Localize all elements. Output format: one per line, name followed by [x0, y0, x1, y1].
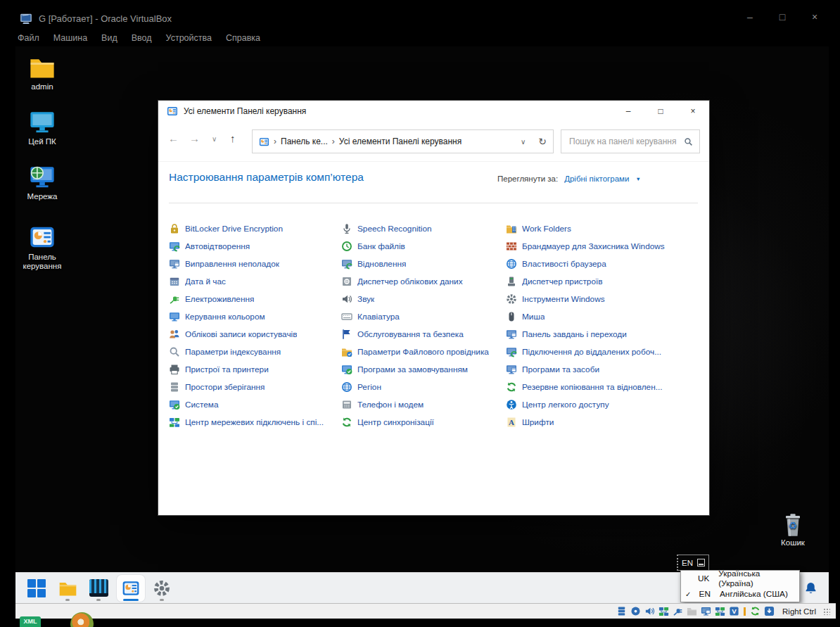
panel-item[interactable]: Звук [341, 290, 506, 308]
panel-item[interactable]: Клавіатура [341, 308, 506, 325]
taskbar-settings[interactable] [152, 573, 172, 603]
back-button[interactable]: ← [168, 132, 179, 144]
panel-item[interactable]: Підключення до віддалених робоч... [506, 343, 699, 360]
network-adapters-icon[interactable] [658, 606, 669, 616]
taskbar-control-panel[interactable] [117, 573, 145, 603]
vbox-menu-item[interactable]: Ввод [132, 33, 152, 43]
hard-disks-icon[interactable] [616, 606, 627, 616]
breadcrumb-item[interactable]: Усі елементи Панелі керування [339, 137, 462, 146]
panel-item[interactable]: Дата й час [169, 272, 341, 290]
active-indicator [123, 599, 139, 601]
host-key-menu-icon[interactable] [764, 606, 775, 616]
panel-item[interactable]: Автовідтворення [169, 237, 341, 255]
monitor-icon [169, 311, 180, 322]
panel-item[interactable]: Диспетчер облікових даних [341, 272, 506, 290]
desktop-icon-this-pc[interactable]: Цей ПК [20, 108, 65, 146]
vbox-menu-item[interactable]: Справка [226, 33, 260, 43]
desktop-icon-network[interactable]: Мережа [20, 163, 65, 201]
panel-item[interactable]: Виправлення неполадок [169, 255, 341, 272]
panel-item[interactable]: Керування кольором [169, 308, 341, 325]
panel-item[interactable]: Регіон [341, 378, 506, 395]
panel-item[interactable]: Диспетчер пристроїв [506, 272, 699, 290]
panel-item[interactable]: Центр мережевих підключень і спі... [169, 413, 341, 431]
up-button[interactable]: ↑ [230, 132, 236, 144]
language-option[interactable]: UKУкраїнська (Україна) [681, 571, 799, 586]
panel-item[interactable]: Work Folders [506, 220, 699, 237]
desktop-icon-folder[interactable]: admin [20, 53, 65, 91]
panel-item[interactable]: Відновлення [341, 255, 506, 272]
panel-item[interactable]: Електроживлення [169, 290, 341, 308]
keyboard-capture-icon[interactable] [729, 606, 739, 616]
panel-item[interactable]: Миша [506, 308, 699, 325]
panel-item[interactable]: Властивості браузера [506, 255, 699, 272]
display-icon[interactable] [701, 606, 711, 616]
usb-devices-icon[interactable] [673, 606, 683, 616]
taskbar-file-explorer[interactable] [58, 573, 77, 603]
audio-icon[interactable] [644, 606, 655, 616]
taskbar-media-app[interactable] [89, 573, 108, 603]
wall-icon [506, 241, 517, 252]
panel-item[interactable]: Параметри індексування [169, 343, 341, 360]
panel-item[interactable]: Інструменти Windows [506, 290, 699, 308]
panel-item[interactable]: Банк файлів [341, 237, 506, 255]
guest-desktop[interactable]: Усі елементи Панелі керування – □ × ← → … [15, 46, 829, 603]
shared-folders-icon[interactable] [687, 606, 697, 616]
panel-item[interactable]: Брандмауер для Захисника Windows [506, 237, 699, 255]
language-indicator[interactable]: EN [677, 555, 709, 571]
panel-item-label: Резервне копіювання та відновлен... [522, 382, 663, 392]
language-option[interactable]: ✓ENАнглійська (США) [681, 586, 799, 602]
vbox-menu-item[interactable]: Файл [18, 33, 39, 43]
cp-titlebar[interactable]: Усі елементи Панелі керування – □ × [158, 101, 709, 122]
breadcrumb-item[interactable]: Панель ке... [281, 137, 328, 146]
notifications-bell-icon[interactable] [804, 581, 817, 595]
mic-icon [341, 223, 352, 234]
panel-item[interactable]: Програми за замовчуванням [341, 360, 506, 378]
refresh-icon[interactable]: ↻ [538, 136, 547, 147]
panel-item[interactable]: Програми та засоби [506, 360, 699, 378]
recycle-bin[interactable]: ♻ Кошик [776, 512, 810, 547]
language-option-code: UK [694, 574, 709, 583]
desktop-icon-control-panel[interactable]: Панель керування [20, 224, 65, 271]
resize-grip[interactable] [822, 607, 830, 615]
vbox-maximize-button[interactable]: □ [775, 11, 789, 23]
start-button[interactable] [27, 573, 46, 603]
panel-item[interactable]: Панель завдань і переходи [506, 325, 699, 343]
vbox-menu-item[interactable]: Устройства [166, 33, 212, 43]
cp-minimize-button[interactable]: – [612, 101, 644, 122]
cp-close-button[interactable]: × [677, 101, 709, 122]
address-dropdown-icon[interactable]: ∨ [521, 138, 526, 146]
forward-button[interactable]: → [189, 132, 200, 144]
cp-maximize-button[interactable]: □ [644, 101, 677, 122]
monitor-check-icon [341, 364, 352, 375]
panel-item[interactable]: Облікові записи користувачів [169, 325, 341, 343]
vbox-menu-item[interactable]: Машина [53, 33, 87, 43]
mouse-integration-icon[interactable] [750, 606, 761, 616]
search-input[interactable] [568, 136, 680, 147]
sync-icon [341, 417, 352, 428]
panel-item[interactable]: Резервне копіювання та відновлен... [506, 378, 699, 395]
optical-drives-icon[interactable] [630, 606, 641, 616]
recycle-symbol-icon: ♻ [789, 520, 798, 531]
history-dropdown-icon[interactable]: ∨ [212, 135, 217, 143]
panel-item[interactable]: Шрифти [506, 413, 699, 431]
vbox-close-button[interactable]: × [808, 11, 822, 23]
panel-item[interactable]: Обслуговування та безпека [341, 325, 506, 343]
panel-item[interactable]: Система [169, 395, 341, 413]
panel-item-label: Підключення до віддалених робоч... [522, 347, 661, 357]
panel-item[interactable]: Центр легкого доступу [506, 395, 699, 413]
recording-icon[interactable] [715, 606, 725, 616]
address-bar[interactable]: ›Панель ке...›Усі елементи Панелі керува… [252, 129, 554, 153]
host-desktop-icon-xml[interactable]: XML [20, 616, 41, 627]
panel-item[interactable]: Центр синхронізації [341, 413, 506, 431]
panel-item[interactable]: BitLocker Drive Encryption [169, 220, 341, 237]
view-by-value[interactable]: Дрібні піктограми [564, 175, 629, 183]
panel-item-label: Work Folders [522, 224, 571, 234]
panel-item[interactable]: Простори зберігання [169, 378, 341, 395]
panel-item[interactable]: Speech Recognition [341, 220, 506, 237]
view-by-caret-icon[interactable]: ▼ [635, 176, 640, 182]
vbox-menu-item[interactable]: Вид [101, 33, 117, 43]
vbox-minimize-button[interactable]: – [743, 11, 757, 23]
panel-item[interactable]: Параметри Файлового провідника [341, 343, 506, 360]
panel-item[interactable]: Телефон і модем [341, 395, 506, 413]
panel-item[interactable]: Пристрої та принтери [169, 360, 341, 378]
